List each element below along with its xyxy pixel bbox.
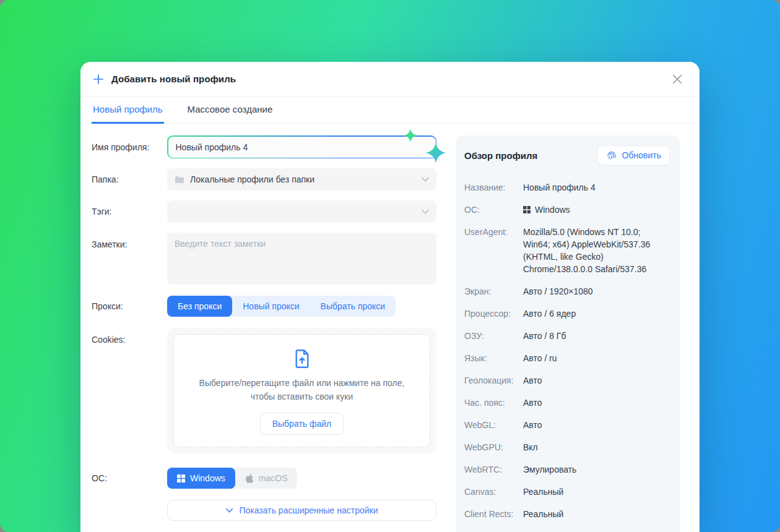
overview-row-label: ОС:	[464, 204, 523, 216]
tab-new-profile[interactable]: Новый профиль	[92, 97, 164, 124]
overview-row: ОЗУ: Авто / 8 Гб	[464, 330, 670, 342]
fingerprint-icon	[606, 150, 617, 161]
folder-label: Папка:	[92, 174, 167, 184]
profile-name-input[interactable]	[168, 137, 436, 158]
proxy-option-no-proxy[interactable]: Без прокси	[167, 296, 232, 317]
overview-row: Canvas: Реальный	[464, 486, 670, 498]
proxy-row: Прокси: Без прокси Новый прокси Выбрать …	[92, 296, 436, 317]
overview-row-label: Экран:	[464, 285, 523, 298]
overview-row-label: Язык:	[464, 352, 523, 364]
overview-row-value: Авто / 6 ядер	[523, 309, 576, 319]
overview-row: Геолокация: Авто	[464, 374, 670, 387]
profile-name-row: Имя профиля:	[92, 135, 436, 158]
overview-header: Обзор профиля Обнов	[464, 145, 670, 165]
overview-row-value: Mozilla/5.0 (Windows NT 10.0; Win64; x64…	[523, 227, 650, 274]
overview-row: WebGPU: Вкл	[464, 441, 670, 453]
overview-row-label: WebGPU:	[464, 441, 523, 453]
tags-row: Тэги:	[92, 200, 436, 223]
overview-row: Название: Новый профиль 4	[464, 181, 670, 194]
overview-rows: Название: Новый профиль 4 ОС: Windows Us…	[464, 181, 670, 532]
overview-row-value: Авто	[523, 375, 542, 385]
overview-row-label: WebGL:	[464, 419, 523, 431]
os-option-macos-label: macOS	[259, 473, 288, 483]
overview-row: Час. пояс: Авто	[464, 397, 670, 409]
overview-row-label: Название:	[464, 181, 523, 194]
cookies-label: Cookies:	[92, 328, 167, 453]
folder-row: Папка: Локальные профили без папки	[92, 168, 436, 191]
overview-title: Обзор профиля	[464, 150, 537, 161]
notes-textarea[interactable]	[167, 233, 436, 285]
cookies-row: Cookies: В	[92, 328, 436, 453]
overview-row-value: Авто	[523, 420, 542, 430]
profile-name-field-wrap	[167, 135, 436, 158]
profile-form: Имя профиля:	[92, 135, 436, 532]
overview-row-value: Авто / 8 Гб	[523, 331, 566, 341]
overview-row: Процессор: Авто / 6 ядер	[464, 307, 670, 320]
show-advanced-settings-button[interactable]: Показать расширенные настройки	[167, 500, 436, 521]
os-segmented-control: Windows macOS	[167, 468, 297, 489]
upload-file-icon	[291, 348, 313, 370]
modal-title: Добавить новый профиль	[111, 74, 236, 84]
overview-row-value: Новый профиль 4	[523, 182, 596, 192]
windows-icon	[177, 474, 185, 483]
chevron-down-icon	[422, 209, 429, 214]
choose-file-button[interactable]: Выбрать файл	[260, 413, 344, 435]
proxy-option-choose-proxy[interactable]: Выбрать прокси	[310, 296, 396, 317]
os-option-windows-label: Windows	[190, 473, 225, 483]
profile-name-label: Имя профиля:	[92, 142, 167, 152]
chevron-down-icon	[225, 508, 233, 513]
tags-label: Тэги:	[92, 207, 167, 217]
os-label: ОС:	[92, 473, 167, 483]
overview-row-label: Canvas:	[464, 486, 523, 498]
overview-row: WebGL: Авто	[464, 419, 670, 431]
apple-icon	[245, 474, 254, 483]
windows-icon	[523, 205, 531, 216]
overview-row-value: Авто / 1920×1080	[523, 286, 593, 296]
refresh-button-label: Обновить	[622, 150, 661, 160]
proxy-option-new-proxy[interactable]: Новый прокси	[232, 296, 310, 317]
overview-row-label: Процессор:	[464, 307, 523, 320]
folder-select[interactable]: Локальные профили без папки	[167, 168, 436, 191]
overview-row: Экран: Авто / 1920×1080	[464, 285, 670, 298]
proxy-segmented-control: Без прокси Новый прокси Выбрать прокси	[167, 296, 396, 317]
modal-header: Добавить новый профиль	[80, 62, 700, 97]
tags-select[interactable]	[167, 200, 436, 223]
overview-row-value: Реальный	[523, 487, 563, 497]
overview-row-value: Эмулировать	[523, 465, 576, 474]
os-option-windows[interactable]: Windows	[167, 468, 235, 489]
add-profile-modal: Добавить новый профиль Новый профиль Мас…	[80, 62, 700, 532]
overview-row-label: Client Rects:	[464, 508, 523, 520]
folder-value: Локальные профили без папки	[190, 174, 314, 184]
overview-row-label: ОЗУ:	[464, 330, 523, 342]
overview-row-label: WebRTC:	[464, 463, 523, 476]
overview-row-value: Вкл	[523, 442, 538, 452]
chevron-down-icon	[422, 177, 429, 182]
os-row: ОС: Windows	[92, 468, 436, 489]
overview-row: Язык: Авто / ru	[464, 352, 670, 364]
refresh-fingerprint-button[interactable]: Обновить	[597, 145, 670, 165]
cookies-dropzone-outer: Выберите/перетащите файл или нажмите на …	[167, 328, 436, 453]
overview-row: WebRTC: Эмулировать	[464, 463, 670, 476]
overview-row-label: UserAgent:	[464, 226, 523, 275]
overview-row-value: Авто / ru	[523, 353, 557, 363]
os-option-macos[interactable]: macOS	[235, 468, 298, 489]
folder-icon	[175, 176, 184, 184]
proxy-label: Прокси:	[92, 301, 167, 311]
overview-row-label: Час. пояс:	[464, 397, 523, 409]
notes-label: Заметки:	[92, 233, 167, 287]
cookies-dropzone-text: Выберите/перетащите файл или нажмите на …	[188, 376, 417, 403]
tabbar: Новый профиль Массовое создание	[80, 97, 700, 124]
modal-body: Имя профиля:	[80, 124, 700, 532]
app-background: Добавить новый профиль Новый профиль Мас…	[0, 0, 780, 532]
overview-row: UserAgent: Mozilla/5.0 (Windows NT 10.0;…	[464, 226, 670, 275]
overview-row-value: Авто	[523, 398, 542, 408]
overview-row-value: Windows	[535, 205, 570, 215]
notes-row: Заметки:	[92, 233, 436, 287]
overview-row-value: Реальный	[523, 509, 563, 519]
tab-mass-create[interactable]: Массовое создание	[186, 97, 274, 124]
overview-row: Client Rects: Реальный	[464, 508, 670, 520]
cookies-dropzone[interactable]: Выберите/перетащите файл или нажмите на …	[173, 334, 430, 447]
overview-row: ОС: Windows	[464, 204, 670, 216]
profile-overview-panel: Обзор профиля Обнов	[456, 135, 680, 532]
close-icon[interactable]	[670, 72, 685, 87]
